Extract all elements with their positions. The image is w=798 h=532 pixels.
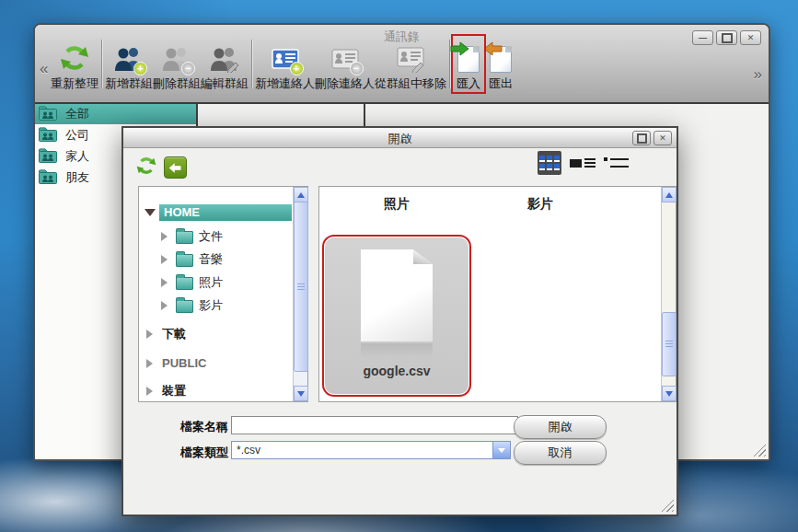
edit-group-button[interactable]: 編輯群組 [201, 36, 249, 92]
grid-folder-photos[interactable]: 照片 [325, 196, 468, 213]
toolbar-separator [251, 40, 252, 88]
dialog-refresh-button[interactable] [136, 156, 156, 179]
import-button[interactable]: 匯入 [453, 36, 484, 92]
dropdown-button[interactable] [492, 442, 510, 458]
tree-item-devices[interactable]: 裝置 [139, 382, 186, 399]
delete-group-button[interactable]: − 刪除群組 [153, 36, 201, 92]
scroll-down-button[interactable] [294, 386, 308, 401]
refresh-button[interactable]: 重新整理 [51, 36, 98, 92]
open-button[interactable]: 開啟 [514, 415, 607, 439]
tree-item-videos[interactable]: 影片 [139, 296, 223, 314]
export-icon [490, 36, 512, 73]
tree-item-label: PUBLIC [162, 356, 206, 370]
expand-toolbar-chevron[interactable]: » [754, 65, 762, 84]
tree-scrollbar[interactable] [293, 187, 307, 401]
tree-item-public[interactable]: PUBLIC [139, 354, 206, 372]
dialog-resize-grip[interactable] [661, 499, 674, 512]
expand-arrow-icon[interactable] [161, 301, 168, 310]
filetype-value: *.csv [232, 444, 492, 457]
chevron-down-icon [297, 391, 305, 397]
tree-item-label: 文件 [199, 228, 223, 245]
plus-badge-icon: + [133, 62, 147, 75]
chevron-up-icon [665, 192, 673, 198]
maximize-button[interactable] [716, 30, 737, 45]
file-name-label: google.csv [363, 364, 430, 378]
folder-icon [176, 231, 193, 244]
expand-arrow-icon[interactable] [146, 359, 153, 368]
group-folder-icon [39, 148, 57, 166]
scrollbar-thumb[interactable] [294, 202, 308, 372]
tree-item-music[interactable]: 音樂 [139, 250, 223, 268]
expand-arrow-icon[interactable] [161, 232, 168, 241]
toolbar-button-label: 新增連絡人 [255, 75, 315, 92]
filename-input[interactable] [231, 416, 518, 434]
sidebar-item-all[interactable]: 全部 [35, 104, 196, 124]
list-view-icon[interactable] [570, 156, 596, 169]
scroll-up-button[interactable] [294, 187, 308, 202]
folder-icon [176, 254, 193, 267]
dialog-maximize-button[interactable] [632, 131, 651, 145]
edit-group-icon [209, 36, 240, 73]
collapse-arrow-icon[interactable] [145, 209, 156, 216]
toolbar-button-label: 刪除群組 [153, 75, 201, 92]
expand-arrow-icon[interactable] [161, 278, 168, 287]
tree-item-photos[interactable]: 照片 [139, 273, 223, 291]
minus-badge-icon: − [350, 62, 364, 75]
maximize-icon [722, 33, 733, 43]
expand-arrow-icon[interactable] [146, 330, 153, 339]
tree-item-label: HOME [159, 204, 292, 221]
import-icon [457, 36, 480, 73]
expand-arrow-icon[interactable] [161, 255, 168, 264]
collapse-toolbar-chevron[interactable]: « [40, 60, 48, 78]
remove-from-group-button[interactable]: 從群組中移除 [375, 36, 446, 92]
dialog-close-button[interactable]: ✕ [653, 131, 672, 145]
grid-folder-videos[interactable]: 影片 [468, 196, 612, 213]
scroll-down-button[interactable] [662, 386, 677, 401]
tree-item-label: 裝置 [162, 383, 186, 399]
contacts-toolbar: 通訊錄 — ✕ « » [35, 25, 769, 104]
detail-view-icon[interactable] [604, 157, 629, 168]
tree-item-downloads[interactable]: 下載 [139, 325, 186, 342]
file-icon-reflection [361, 343, 433, 358]
delete-group-icon: − [161, 36, 192, 73]
sidebar-item-label: 朋友 [65, 169, 89, 186]
grid-view-icon[interactable] [538, 151, 561, 175]
tree-item-home[interactable]: HOME [139, 203, 292, 221]
add-contact-button[interactable]: + 新增連絡人 [255, 36, 315, 92]
add-group-button[interactable]: + 新增群組 [105, 36, 153, 92]
toolbar-button-label: 重新整理 [51, 75, 98, 92]
file-tile-google-csv[interactable]: google.csv [325, 237, 468, 394]
grid-scrollbar[interactable] [661, 187, 676, 401]
refresh-icon [136, 156, 156, 176]
add-group-icon: + [113, 36, 145, 73]
toolbar-separator [101, 40, 102, 88]
delete-contact-button[interactable]: − 刪除連絡人 [315, 36, 375, 92]
filename-label: 檔案名稱 [175, 419, 228, 435]
toolbar-button-label: 刪除連絡人 [315, 75, 375, 92]
chevron-down-icon [665, 391, 673, 397]
plus-badge-icon: + [290, 62, 304, 75]
back-button[interactable] [164, 156, 187, 179]
dialog-titlebar: 開啟 ✕ [123, 128, 677, 148]
filetype-label: 檔案類型 [175, 445, 228, 461]
filetype-dropdown[interactable]: *.csv [231, 441, 511, 459]
scrollbar-thumb[interactable] [662, 312, 677, 376]
tree-item-documents[interactable]: 文件 [139, 227, 223, 245]
open-dialog: 開啟 ✕ [121, 126, 678, 516]
export-button[interactable]: 匯出 [484, 36, 517, 92]
desktop-background: 通訊錄 — ✕ « » [0, 0, 798, 532]
maximize-icon [637, 133, 647, 144]
folder-icon [176, 300, 193, 313]
toolbar-button-label: 新增群組 [105, 75, 153, 92]
cancel-button[interactable]: 取消 [514, 441, 607, 465]
close-button[interactable]: ✕ [740, 30, 761, 45]
toolbar-buttons: 重新整理 + 新增群組 [51, 36, 517, 92]
sidebar-item-label: 全部 [65, 106, 89, 122]
toolbar-button-label: 編輯群組 [201, 75, 249, 92]
expand-arrow-icon[interactable] [146, 387, 153, 396]
scroll-up-button[interactable] [662, 187, 677, 202]
group-folder-icon [39, 127, 57, 145]
minimize-button[interactable]: — [692, 30, 713, 45]
dialog-title: 開啟 [123, 131, 677, 147]
minus-badge-icon: − [181, 62, 195, 75]
